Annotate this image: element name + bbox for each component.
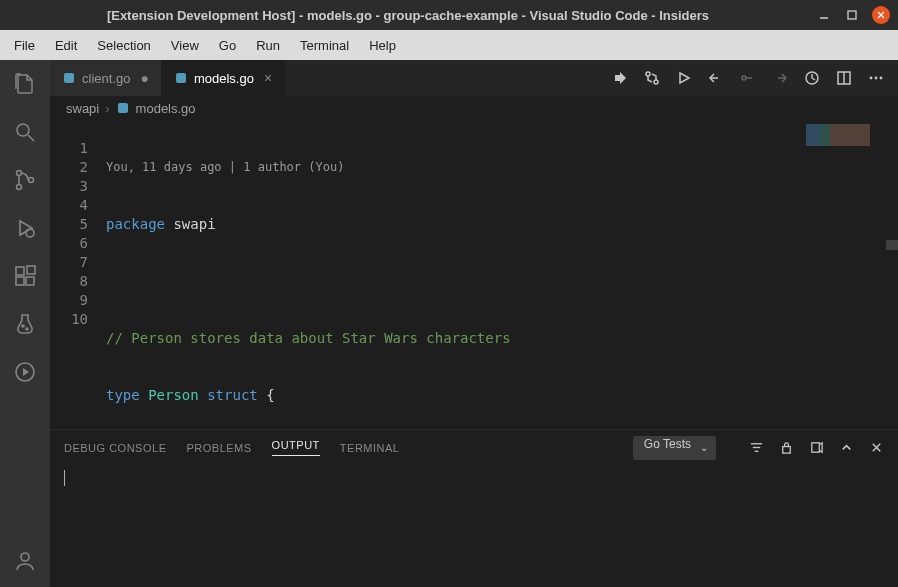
tab-close-icon[interactable]: ×: [264, 70, 272, 86]
run-icon[interactable]: [676, 70, 692, 86]
svg-rect-11: [16, 267, 24, 275]
svg-marker-18: [23, 368, 29, 376]
panel-tab-debug-console[interactable]: DEBUG CONSOLE: [64, 442, 166, 454]
tab-models-go[interactable]: models.go ×: [162, 60, 285, 96]
svg-point-19: [21, 553, 29, 561]
line-gutter: 1 2 3 4 5 6 7 8 9 10: [50, 120, 106, 429]
editor-area: client.go ● models.go ×: [50, 60, 898, 587]
close-button[interactable]: [872, 6, 890, 24]
bottom-panel: DEBUG CONSOLE PROBLEMS OUTPUT TERMINAL G…: [50, 429, 898, 587]
svg-rect-39: [782, 447, 790, 454]
menu-view[interactable]: View: [161, 34, 209, 57]
breadcrumb-folder[interactable]: swapi: [66, 101, 99, 116]
svg-rect-12: [16, 277, 24, 285]
cursor: [64, 470, 65, 486]
menu-help[interactable]: Help: [359, 34, 406, 57]
svg-point-24: [654, 80, 658, 84]
code-editor[interactable]: 1 2 3 4 5 6 7 8 9 10 You, 11 days ago | …: [50, 120, 898, 429]
chevron-right-icon: ›: [105, 101, 109, 116]
svg-marker-22: [615, 72, 626, 84]
accounts-icon[interactable]: [13, 549, 37, 573]
profile-icon[interactable]: [804, 70, 820, 86]
svg-rect-13: [26, 277, 34, 285]
testing-icon[interactable]: [13, 312, 37, 336]
tab-label: models.go: [194, 71, 254, 86]
svg-point-32: [870, 77, 873, 80]
panel-tab-output[interactable]: OUTPUT: [272, 439, 320, 456]
filter-icon[interactable]: [748, 440, 764, 456]
svg-point-10: [26, 229, 34, 237]
svg-rect-35: [118, 103, 128, 113]
svg-point-26: [742, 76, 746, 80]
panel-actions: [748, 440, 884, 456]
minimize-button[interactable]: [816, 7, 832, 23]
menu-go[interactable]: Go: [209, 34, 246, 57]
menu-selection[interactable]: Selection: [87, 34, 160, 57]
svg-rect-14: [27, 266, 35, 274]
svg-line-29: [812, 78, 815, 80]
tab-client-go[interactable]: client.go ●: [50, 60, 162, 96]
extensions-icon[interactable]: [13, 264, 37, 288]
codelens[interactable]: You, 11 days ago | 1 author (You): [106, 158, 898, 177]
panel-tabs: DEBUG CONSOLE PROBLEMS OUTPUT TERMINAL G…: [50, 430, 898, 465]
search-icon[interactable]: [13, 120, 37, 144]
code-content[interactable]: You, 11 days ago | 1 author (You) packag…: [106, 120, 898, 429]
svg-point-34: [880, 77, 883, 80]
tab-label: client.go: [82, 71, 130, 86]
compare-icon[interactable]: [612, 70, 628, 86]
editor-actions: [598, 60, 898, 96]
explorer-icon[interactable]: [13, 72, 37, 96]
svg-point-8: [29, 178, 34, 183]
svg-point-6: [17, 171, 22, 176]
maximize-panel-icon[interactable]: [838, 440, 854, 456]
close-panel-icon[interactable]: [868, 440, 884, 456]
svg-rect-40: [811, 443, 819, 452]
breadcrumb[interactable]: swapi › models.go: [50, 96, 898, 120]
svg-rect-21: [176, 73, 186, 83]
svg-rect-1: [848, 11, 856, 19]
git-compare-icon[interactable]: [644, 70, 660, 86]
step-icon[interactable]: [740, 70, 756, 86]
svg-point-4: [17, 124, 29, 136]
svg-point-15: [22, 325, 24, 327]
go-file-icon: [174, 71, 188, 85]
menu-terminal[interactable]: Terminal: [290, 34, 359, 57]
source-control-icon[interactable]: [13, 168, 37, 192]
window-controls: [816, 6, 890, 24]
svg-marker-25: [680, 73, 689, 83]
window-title: [Extension Development Host] - models.go…: [8, 8, 808, 23]
split-editor-icon[interactable]: [836, 70, 852, 86]
panel-tab-problems[interactable]: PROBLEMS: [186, 442, 251, 454]
breadcrumb-file[interactable]: models.go: [136, 101, 196, 116]
tab-bar: client.go ● models.go ×: [50, 60, 898, 96]
output-body[interactable]: [50, 465, 898, 587]
svg-point-16: [26, 328, 28, 330]
panel-tab-terminal[interactable]: TERMINAL: [340, 442, 400, 454]
overview-ruler[interactable]: [886, 120, 898, 429]
main-container: client.go ● models.go ×: [0, 60, 898, 587]
output-channel-select[interactable]: Go Tests: [633, 436, 716, 460]
svg-point-23: [646, 72, 650, 76]
svg-point-7: [17, 185, 22, 190]
menu-file[interactable]: File: [4, 34, 45, 57]
go-forward-icon[interactable]: [772, 70, 788, 86]
go-file-icon: [62, 71, 76, 85]
menu-edit[interactable]: Edit: [45, 34, 87, 57]
go-file-icon: [116, 101, 130, 115]
svg-line-5: [28, 135, 34, 141]
go-icon[interactable]: [13, 360, 37, 384]
minimap[interactable]: [806, 124, 886, 146]
title-bar: [Extension Development Host] - models.go…: [0, 0, 898, 30]
lock-icon[interactable]: [778, 440, 794, 456]
svg-rect-20: [64, 73, 74, 83]
go-back-icon[interactable]: [708, 70, 724, 86]
activity-bar: [0, 60, 50, 587]
menu-bar: File Edit Selection View Go Run Terminal…: [0, 30, 898, 60]
svg-point-33: [875, 77, 878, 80]
maximize-button[interactable]: [844, 7, 860, 23]
open-file-icon[interactable]: [808, 440, 824, 456]
menu-run[interactable]: Run: [246, 34, 290, 57]
run-debug-icon[interactable]: [13, 216, 37, 240]
more-actions-icon[interactable]: [868, 70, 884, 86]
tab-dirty-icon: ●: [140, 70, 148, 86]
